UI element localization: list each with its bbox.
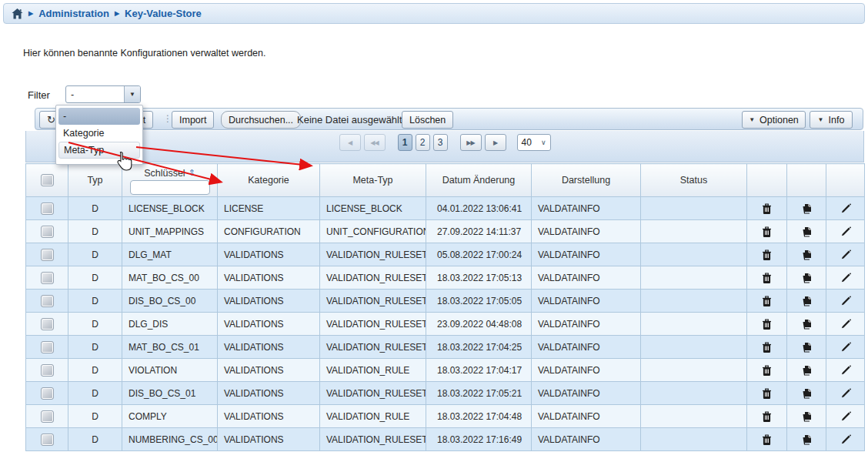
info-button[interactable]: ▼ Info bbox=[810, 111, 853, 129]
cell-metatyp: VALIDATION_RULESET bbox=[320, 290, 426, 313]
table-row: D MAT_BO_CS_01 VALIDATIONS VALIDATION_RU… bbox=[26, 336, 865, 359]
copy-icon bbox=[802, 341, 812, 352]
delete-row-button[interactable] bbox=[747, 428, 787, 451]
row-checkbox[interactable] bbox=[41, 341, 54, 353]
edit-row-button[interactable] bbox=[826, 428, 865, 451]
column-header-datum[interactable]: Datum Änderung bbox=[426, 164, 532, 197]
delete-row-button[interactable] bbox=[747, 336, 787, 359]
delete-row-button[interactable] bbox=[747, 405, 787, 428]
next-page-button[interactable]: ▶▶ bbox=[460, 134, 482, 151]
cell-metatyp: VALIDATION_RULESET bbox=[320, 382, 426, 405]
cell-metatyp: VALIDATION_RULESET bbox=[320, 428, 426, 451]
select-all-checkbox[interactable] bbox=[41, 174, 54, 186]
copy-row-button[interactable] bbox=[787, 266, 826, 290]
edit-row-button[interactable] bbox=[826, 405, 865, 428]
row-checkbox[interactable] bbox=[41, 364, 54, 377]
row-checkbox[interactable] bbox=[41, 410, 54, 423]
first-page-icon: ◀ bbox=[348, 139, 352, 146]
row-select-cell bbox=[26, 266, 68, 290]
delete-button[interactable]: Löschen bbox=[402, 111, 453, 129]
page-size-select[interactable]: 40 ∨ bbox=[517, 134, 551, 151]
filter-combobox[interactable]: - ▼ bbox=[65, 85, 141, 103]
copy-row-button[interactable] bbox=[787, 197, 826, 220]
column-header-delete bbox=[747, 164, 787, 197]
sort-icon[interactable]: ⇕ bbox=[189, 168, 195, 178]
last-page-button[interactable]: ▶ bbox=[485, 134, 506, 151]
row-checkbox[interactable] bbox=[41, 226, 54, 238]
page-button-2[interactable]: 2 bbox=[416, 134, 430, 151]
copy-row-button[interactable] bbox=[787, 220, 826, 243]
copy-row-button[interactable] bbox=[787, 405, 826, 428]
row-checkbox[interactable] bbox=[41, 249, 54, 261]
trash-icon bbox=[762, 249, 772, 259]
prev-page-button[interactable]: ◀◀ bbox=[364, 134, 386, 151]
browse-file-button[interactable]: Durchsuchen... bbox=[221, 111, 301, 129]
edit-row-button[interactable] bbox=[826, 382, 865, 405]
copy-row-button[interactable] bbox=[787, 359, 826, 382]
combobox-dropdown-button[interactable]: ▼ bbox=[124, 86, 140, 102]
filter-label: Filter bbox=[28, 89, 50, 101]
copy-row-button[interactable] bbox=[787, 336, 826, 359]
page-button-3[interactable]: 3 bbox=[433, 134, 448, 151]
dropdown-option-none[interactable]: - bbox=[58, 108, 140, 125]
edit-row-button[interactable] bbox=[826, 220, 865, 243]
table-row: D COMPLY VALIDATIONS VALIDATION_RULE 18.… bbox=[26, 405, 865, 428]
edit-row-button[interactable] bbox=[826, 336, 865, 359]
breadcrumb-item-key-value-store[interactable]: Key-Value-Store bbox=[125, 8, 202, 19]
column-header-copy bbox=[787, 164, 826, 197]
column-header-status[interactable]: Status bbox=[641, 164, 747, 197]
edit-row-button[interactable] bbox=[826, 243, 865, 266]
column-header-edit bbox=[826, 164, 865, 197]
column-header-darstellung[interactable]: Darstellung bbox=[532, 164, 641, 197]
table-row: D UNIT_MAPPINGS CONFIGURATION UNIT_CONFI… bbox=[26, 220, 865, 243]
row-checkbox[interactable] bbox=[41, 272, 54, 284]
pencil-icon bbox=[840, 387, 851, 398]
table-row: D LICENSE_BLOCK LICENSE LICENSE_BLOCK 04… bbox=[26, 197, 865, 220]
edit-row-button[interactable] bbox=[826, 359, 865, 382]
delete-row-button[interactable] bbox=[747, 290, 787, 313]
column-header-schluessel[interactable]: Schlüssel ⇕ bbox=[122, 164, 218, 197]
row-checkbox[interactable] bbox=[41, 434, 54, 446]
column-header-kategorie[interactable]: Kategorie bbox=[218, 164, 320, 197]
first-page-button[interactable]: ◀ bbox=[339, 134, 361, 151]
copy-row-button[interactable] bbox=[787, 243, 826, 266]
column-header-metatyp[interactable]: Meta-Typ bbox=[320, 164, 426, 197]
copy-icon bbox=[802, 364, 812, 375]
delete-row-button[interactable] bbox=[747, 197, 787, 220]
dropdown-option-metatyp[interactable]: Meta-Typ bbox=[58, 142, 140, 159]
copy-row-button[interactable] bbox=[787, 290, 826, 313]
copy-row-button[interactable] bbox=[787, 382, 826, 405]
key-filter-input[interactable] bbox=[130, 180, 210, 195]
delete-row-button[interactable] bbox=[747, 313, 787, 336]
delete-row-button[interactable] bbox=[747, 266, 787, 290]
delete-row-button[interactable] bbox=[747, 220, 787, 243]
page-button-1[interactable]: 1 bbox=[398, 134, 412, 151]
cell-schluessel: DLG_DIS bbox=[122, 313, 218, 336]
delete-row-button[interactable] bbox=[747, 359, 787, 382]
edit-row-button[interactable] bbox=[826, 290, 865, 313]
edit-row-button[interactable] bbox=[826, 197, 865, 220]
row-select-cell bbox=[26, 290, 68, 313]
row-checkbox[interactable] bbox=[41, 203, 54, 215]
edit-row-button[interactable] bbox=[826, 266, 865, 290]
trash-icon bbox=[762, 387, 772, 398]
row-checkbox[interactable] bbox=[41, 387, 54, 400]
dropdown-option-kategorie[interactable]: Kategorie bbox=[58, 125, 140, 142]
delete-row-button[interactable] bbox=[747, 243, 787, 266]
options-button[interactable]: ▼ Optionen bbox=[742, 111, 806, 129]
row-checkbox[interactable] bbox=[41, 295, 54, 307]
cell-kategorie: VALIDATIONS bbox=[218, 382, 320, 405]
cell-status bbox=[641, 428, 747, 451]
breadcrumb-item-administration[interactable]: Administration bbox=[38, 8, 109, 19]
copy-row-button[interactable] bbox=[787, 428, 826, 451]
delete-row-button[interactable] bbox=[747, 382, 787, 405]
row-checkbox[interactable] bbox=[41, 318, 54, 330]
copy-row-button[interactable] bbox=[787, 313, 826, 336]
pencil-icon bbox=[840, 295, 851, 306]
edit-row-button[interactable] bbox=[826, 313, 865, 336]
home-icon[interactable] bbox=[12, 8, 23, 19]
column-header-typ[interactable]: Typ bbox=[68, 164, 122, 197]
cell-metatyp: VALIDATION_RULESET bbox=[320, 336, 426, 359]
import-button[interactable]: Import bbox=[172, 111, 214, 129]
trash-icon bbox=[762, 295, 772, 306]
